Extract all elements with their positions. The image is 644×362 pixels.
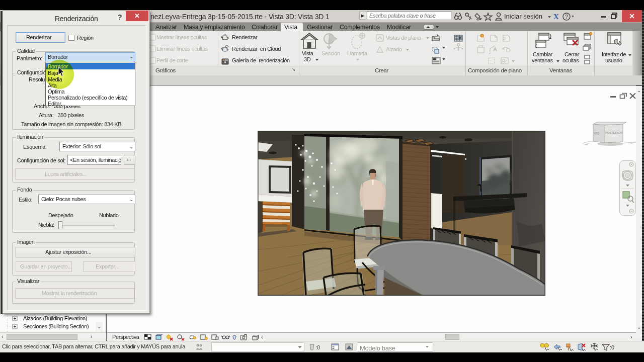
svg-text::0: :0 <box>315 344 320 350</box>
svg-text:?: ? <box>565 14 568 20</box>
svg-text:A: A <box>494 47 497 52</box>
svg-text:Iniciar sesión: Iniciar sesión <box>504 13 542 20</box>
svg-text:IZQ.: IZQ. <box>594 132 600 135</box>
svg-text:X: X <box>553 13 559 21</box>
svg-text::0: :0 <box>610 344 614 350</box>
svg-text:POSTERIOR: POSTERIOR <box>605 131 622 134</box>
